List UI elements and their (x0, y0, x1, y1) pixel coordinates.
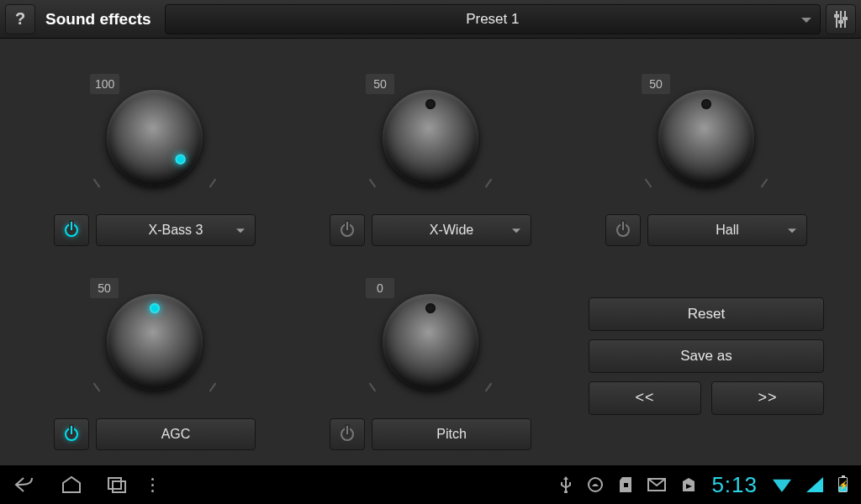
module-xwide: 50 X-Wide (309, 62, 552, 246)
knob-area-pitch: 0 (351, 276, 510, 407)
header-bar: ? Sound effects Preset 1 (0, 0, 861, 39)
back-icon[interactable] (13, 475, 37, 494)
knob-area-xwide: 50 (351, 72, 510, 202)
knob-xbass[interactable] (107, 90, 203, 186)
knob-area-agc: 50 (75, 276, 235, 407)
knob-area-xbass: 100 (75, 72, 235, 202)
power-icon (65, 428, 78, 441)
page-title: Sound effects (40, 10, 160, 29)
value-badge: 50 (366, 74, 394, 94)
knob-tick (369, 383, 377, 392)
preset-actions: Reset Save as << >> (585, 266, 827, 450)
status-clock: 5:13 (711, 472, 758, 498)
knob-tick (209, 383, 217, 392)
recents-icon[interactable] (106, 475, 128, 494)
prev-preset-button[interactable]: << (589, 381, 701, 415)
module-pitch: 0 Pitch (309, 266, 552, 450)
knob-tick (209, 179, 217, 188)
mode-label: Pitch (436, 427, 467, 442)
knob-reverb[interactable] (658, 90, 754, 186)
mode-button-pitch[interactable]: Pitch (372, 418, 531, 450)
chevron-down-icon (801, 17, 811, 22)
power-toggle-xbass[interactable] (54, 214, 89, 246)
knob-xwide[interactable] (383, 90, 478, 186)
knob-tick (485, 179, 493, 188)
mode-label: AGC (161, 427, 191, 442)
mode-select-xwide[interactable]: X-Wide (372, 214, 531, 246)
equalizer-button[interactable] (826, 4, 856, 34)
power-toggle-xwide[interactable] (330, 214, 365, 246)
next-preset-button[interactable]: >> (711, 381, 824, 415)
value-badge: 100 (90, 74, 119, 94)
knob-area-reverb: 50 (626, 72, 786, 202)
knob-indicator (701, 99, 711, 109)
knob-tick (761, 179, 769, 188)
svg-rect-1 (113, 481, 125, 492)
power-icon (616, 223, 630, 237)
knob-pitch[interactable] (383, 294, 478, 390)
svg-rect-0 (108, 478, 121, 489)
power-toggle-pitch[interactable] (330, 418, 365, 450)
knob-indicator (425, 99, 436, 109)
mode-button-agc[interactable]: AGC (96, 418, 256, 450)
chevron-down-icon (788, 228, 796, 233)
mode-label: Hall (716, 223, 739, 238)
mode-label: X-Bass 3 (149, 223, 203, 238)
mode-label: X-Wide (430, 223, 473, 238)
preset-label: Preset 1 (466, 11, 519, 28)
svg-rect-3 (624, 483, 628, 487)
knob-indicator (425, 303, 436, 313)
menu-icon[interactable] (151, 478, 154, 492)
wifi-icon (773, 477, 791, 492)
play-store-icon (681, 476, 696, 493)
app-notif-icon (587, 476, 604, 493)
battery-icon: ⚡ (838, 477, 848, 492)
knob-indicator (173, 152, 188, 166)
knob-tick (369, 179, 377, 188)
effects-grid: 100 X-Bass 3 50 X-Wi (0, 39, 861, 465)
value-badge: 0 (366, 278, 394, 298)
home-icon[interactable] (61, 475, 82, 494)
chevron-down-icon (512, 228, 520, 233)
module-xbass: 100 X-Bass 3 (34, 62, 276, 246)
sd-card-icon (619, 476, 632, 493)
cell-signal-icon (806, 477, 823, 492)
module-agc: 50 AGC (34, 266, 276, 450)
knob-tick (485, 383, 493, 392)
power-icon (341, 428, 354, 441)
mode-select-reverb[interactable]: Hall (647, 214, 807, 246)
module-reverb: 50 Hall (585, 62, 827, 246)
usb-icon (560, 476, 572, 493)
power-toggle-reverb[interactable] (605, 214, 641, 246)
knob-agc[interactable] (107, 294, 203, 390)
mode-select-xbass[interactable]: X-Bass 3 (96, 214, 256, 246)
save-as-button[interactable]: Save as (589, 339, 824, 373)
value-badge: 50 (642, 74, 670, 94)
knob-tick (93, 179, 101, 188)
power-icon (341, 223, 354, 237)
reset-button[interactable]: Reset (589, 297, 824, 331)
preset-dropdown[interactable]: Preset 1 (165, 4, 821, 34)
power-icon (65, 223, 78, 237)
sliders-icon (836, 11, 846, 28)
value-badge: 50 (90, 278, 119, 298)
system-bar: 5:13 ⚡ (0, 465, 861, 504)
knob-tick (93, 383, 101, 392)
gmail-icon (647, 478, 666, 491)
power-toggle-agc[interactable] (54, 418, 89, 450)
knob-indicator (150, 303, 160, 313)
knob-tick (645, 179, 652, 188)
chevron-down-icon (236, 228, 245, 233)
help-button[interactable]: ? (5, 4, 35, 34)
